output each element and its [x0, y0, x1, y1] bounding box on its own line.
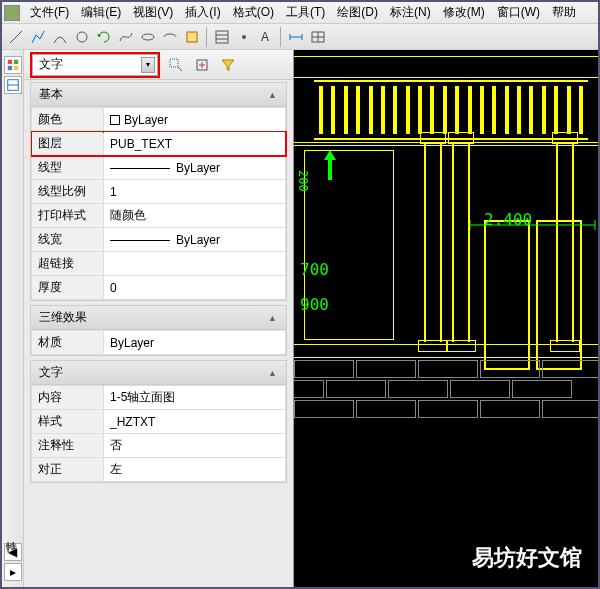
property-row[interactable]: 线型ByLayer — [32, 156, 286, 180]
svg-point-8 — [242, 35, 246, 39]
property-row[interactable]: 样式_HZTXT — [32, 410, 286, 434]
property-label: 内容 — [32, 386, 104, 410]
menu-modify[interactable]: 修改(M) — [437, 2, 491, 23]
property-value[interactable]: 左 — [104, 458, 286, 482]
property-row[interactable]: 超链接 — [32, 252, 286, 276]
tool-pline-icon[interactable] — [28, 27, 48, 47]
tool-point-icon[interactable] — [234, 27, 254, 47]
group-basic-header[interactable]: 基本▲ — [31, 83, 286, 107]
property-row[interactable]: 注释性否 — [32, 434, 286, 458]
filter-icon[interactable] — [218, 55, 238, 75]
svg-line-0 — [10, 31, 22, 43]
autohide-icon[interactable]: ▸ — [4, 563, 22, 581]
property-row[interactable]: 对正左 — [32, 458, 286, 482]
property-value[interactable]: PUB_TEXT — [104, 132, 286, 156]
group-threed-header[interactable]: 三维效果▲ — [31, 306, 286, 330]
property-label: 超链接 — [32, 252, 104, 276]
tool-table-icon[interactable] — [308, 27, 328, 47]
tool-line-icon[interactable] — [6, 27, 26, 47]
property-value[interactable]: ByLayer — [104, 331, 286, 355]
menu-bar: 文件(F) 编辑(E) 视图(V) 插入(I) 格式(O) 工具(T) 绘图(D… — [2, 2, 598, 24]
column — [452, 142, 470, 342]
menu-insert[interactable]: 插入(I) — [179, 2, 226, 23]
property-value[interactable]: ByLayer — [104, 228, 286, 252]
svg-rect-17 — [13, 60, 17, 64]
palette-icon-1[interactable] — [4, 56, 22, 74]
property-value[interactable]: 随颜色 — [104, 204, 286, 228]
property-value[interactable]: ByLayer — [104, 108, 286, 132]
menu-view[interactable]: 视图(V) — [127, 2, 179, 23]
palette-icon-2[interactable] — [4, 76, 22, 94]
group-threed: 三维效果▲ 材质ByLayer — [30, 305, 287, 356]
group-text-header[interactable]: 文字▲ — [31, 361, 286, 385]
property-value[interactable]: 1-5轴立面图 — [104, 386, 286, 410]
property-label: 线型 — [32, 156, 104, 180]
property-row[interactable]: 打印样式随颜色 — [32, 204, 286, 228]
property-label: 厚度 — [32, 276, 104, 300]
brick-hatch — [294, 360, 598, 420]
dimension-text: 200 — [296, 170, 310, 192]
pickadd-icon[interactable] — [192, 55, 212, 75]
menu-format[interactable]: 格式(O) — [227, 2, 280, 23]
chevron-down-icon[interactable]: ▾ — [141, 57, 155, 73]
tool-ellipsearc-icon[interactable] — [160, 27, 180, 47]
svg-marker-27 — [222, 60, 234, 71]
property-value[interactable]: 否 — [104, 434, 286, 458]
property-value[interactable]: _HZTXT — [104, 410, 286, 434]
svg-rect-18 — [7, 66, 11, 70]
tool-text-icon[interactable]: A — [256, 27, 276, 47]
menu-file[interactable]: 文件(F) — [24, 2, 75, 23]
linetype-sample-icon — [110, 168, 170, 169]
group-basic: 基本▲ 颜色ByLayer图层PUB_TEXT线型ByLayer线型比例1打印样… — [30, 82, 287, 301]
svg-point-1 — [77, 32, 87, 42]
collapse-arrow-icon: ▲ — [268, 90, 278, 100]
svg-marker-2 — [97, 34, 101, 37]
column — [424, 142, 442, 342]
tool-circle-icon[interactable] — [72, 27, 92, 47]
menu-draw[interactable]: 绘图(D) — [331, 2, 384, 23]
property-label: 图层 — [32, 132, 104, 156]
svg-point-3 — [142, 34, 154, 40]
property-label: 对正 — [32, 458, 104, 482]
property-label: 材质 — [32, 331, 104, 355]
property-row[interactable]: 材质ByLayer — [32, 331, 286, 355]
property-row[interactable]: 颜色ByLayer — [32, 108, 286, 132]
property-value[interactable]: 0 — [104, 276, 286, 300]
menu-tools[interactable]: 工具(T) — [280, 2, 331, 23]
property-value[interactable] — [104, 252, 286, 276]
tool-hatch-icon[interactable] — [212, 27, 232, 47]
property-row[interactable]: 内容1-5轴立面图 — [32, 386, 286, 410]
property-label: 线宽 — [32, 228, 104, 252]
tool-block-icon[interactable] — [182, 27, 202, 47]
drawing-canvas[interactable]: 2.400 700 900 200 易坊好文馆 — [294, 50, 598, 587]
tool-arc-icon[interactable] — [50, 27, 70, 47]
property-label: 线型比例 — [32, 180, 104, 204]
property-row[interactable]: 厚度0 — [32, 276, 286, 300]
arrow-icon — [324, 150, 344, 210]
menu-edit[interactable]: 编辑(E) — [75, 2, 127, 23]
svg-rect-16 — [7, 60, 11, 64]
tool-dim-icon[interactable] — [286, 27, 306, 47]
menu-window[interactable]: 窗口(W) — [491, 2, 546, 23]
property-row[interactable]: 图层PUB_TEXT — [32, 132, 286, 156]
properties-panel: 文字 ▾ 基本▲ 颜色ByLayer图层PUB_TEXT线型ByLayer线型比… — [24, 50, 294, 587]
property-value[interactable]: 1 — [104, 180, 286, 204]
tool-rotate-icon[interactable] — [94, 27, 114, 47]
watermark: 易坊好文馆 — [472, 543, 582, 573]
color-swatch-icon — [110, 115, 120, 125]
toolbar-secondary: A — [2, 24, 598, 50]
property-value[interactable]: ByLayer — [104, 156, 286, 180]
property-label: 注释性 — [32, 434, 104, 458]
menu-dimension[interactable]: 标注(N) — [384, 2, 437, 23]
railing — [314, 80, 588, 140]
property-row[interactable]: 线宽ByLayer — [32, 228, 286, 252]
svg-rect-19 — [13, 66, 17, 70]
tool-spline-icon[interactable] — [116, 27, 136, 47]
quickselect-icon[interactable] — [166, 55, 186, 75]
property-row[interactable]: 线型比例1 — [32, 180, 286, 204]
app-icon — [4, 5, 20, 21]
collapse-icon[interactable]: ◀ — [4, 543, 22, 561]
tool-ellipse-icon[interactable] — [138, 27, 158, 47]
object-type-dropdown[interactable]: 文字 ▾ — [32, 54, 158, 76]
menu-help[interactable]: 帮助 — [546, 2, 582, 23]
